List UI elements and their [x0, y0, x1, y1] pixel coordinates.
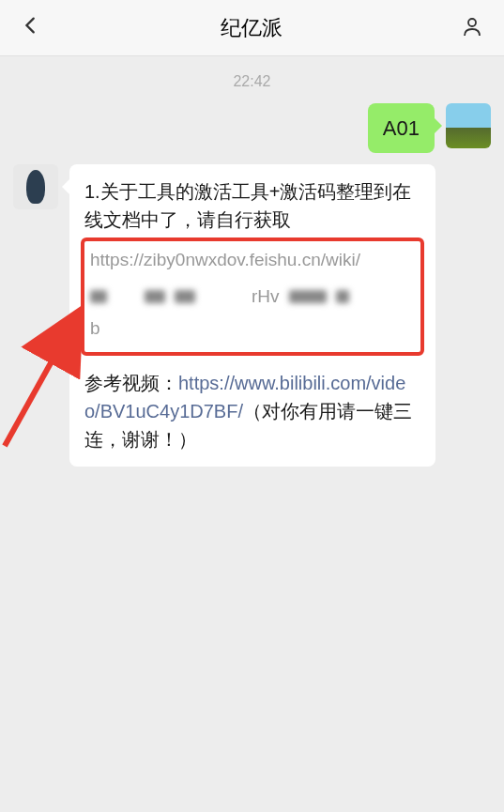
outgoing-bubble[interactable]: A01 — [368, 103, 435, 153]
video-paragraph: 参考视频：https://www.bilibili.com/video/BV1u… — [84, 369, 420, 453]
highlighted-link-box: https://ziby0nwxdov.feishu.cn/wiki/ rHv … — [81, 237, 424, 356]
trailing-char: b — [90, 315, 415, 343]
chat-header: 纪亿派 — [0, 0, 504, 56]
redacted-fragment — [336, 290, 349, 303]
incoming-bubble[interactable]: 1.关于工具的激活工具+激活码整理到在线文档中了，请自行获取 https://z… — [69, 164, 435, 467]
back-button[interactable] — [13, 9, 49, 46]
incoming-message-row: 1.关于工具的激活工具+激活码整理到在线文档中了，请自行获取 https://z… — [0, 164, 504, 478]
doc-link[interactable]: https://ziby0nwxdov.feishu.cn/wiki/ — [90, 247, 415, 274]
outgoing-message-row: A01 — [0, 103, 504, 164]
person-icon — [461, 15, 483, 38]
chat-title: 纪亿派 — [221, 14, 283, 42]
my-avatar[interactable] — [446, 103, 491, 148]
video-label: 参考视频： — [84, 373, 178, 393]
intro-text: 1.关于工具的激活工具+激活码整理到在线文档中了，请自行获取 — [84, 177, 420, 234]
redacted-fragment — [90, 290, 107, 303]
redacted-fragment — [145, 290, 165, 303]
outgoing-text: A01 — [383, 116, 420, 140]
redacted-row-1: rHv — [90, 283, 415, 311]
timestamp: 22:42 — [0, 56, 504, 103]
visible-fragment: rHv — [252, 283, 280, 311]
chevron-left-icon — [21, 15, 41, 36]
profile-button[interactable] — [453, 11, 491, 45]
redacted-fragment — [175, 290, 195, 303]
sender-avatar[interactable] — [13, 164, 58, 209]
svg-point-0 — [468, 19, 476, 26]
redacted-fragment — [289, 290, 327, 303]
